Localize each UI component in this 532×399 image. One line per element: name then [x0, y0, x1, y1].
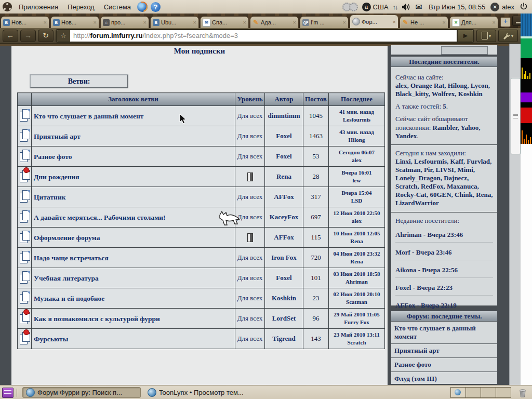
vertical-scrollbar[interactable] [509, 44, 521, 385]
new-tab-button[interactable]: + [500, 17, 511, 27]
topic-link[interactable]: А давайте меряться... Рабочими столами! [34, 214, 166, 221]
tab-5[interactable]: Спа... [200, 16, 249, 28]
topic-link[interactable]: Учебная литература [34, 274, 99, 282]
topic-link[interactable]: Разное фото [34, 153, 72, 161]
today-visitors-names[interactable]: Linxi, Lesfourmis, Kaff, Furvlad, Scatma… [395, 157, 493, 207]
network-arrows-icon[interactable]: ↑↓ [393, 3, 397, 11]
session-indicator-icon[interactable]: ✕ [490, 3, 499, 11]
taskbar-grip[interactable] [17, 389, 20, 397]
username-label[interactable]: alex [502, 3, 514, 11]
author-link[interactable]: dimmtimm [265, 106, 303, 126]
gears-applet-icon[interactable] [344, 3, 358, 11]
tab-close-icon[interactable] [293, 19, 296, 25]
tab-close-icon[interactable] [243, 19, 246, 25]
forward-button[interactable]: → [20, 30, 36, 42]
author-link[interactable]: Tigrend [265, 329, 303, 349]
table-row[interactable]: Кто что слушает в данный момент Для всех… [18, 106, 385, 126]
author-link[interactable]: AFFox [265, 228, 303, 248]
menu-places[interactable]: Переход [63, 3, 99, 11]
topic-link[interactable]: Музыка и ей подобное [34, 295, 104, 302]
mail-notifier-icon[interactable]: ✉ [416, 2, 422, 12]
author-link[interactable]: Foxel [265, 126, 303, 147]
tab-3[interactable]: про... [100, 16, 149, 28]
tab-6[interactable]: Ада... [250, 16, 299, 28]
power-icon[interactable] [520, 3, 528, 11]
reload-button[interactable]: ↻ [38, 30, 54, 42]
show-desktop-icon[interactable] [2, 388, 14, 398]
author-link[interactable]: KaceyFox [265, 207, 303, 228]
topic-link[interactable]: Как я познакомился с культурой фурри [34, 315, 160, 323]
table-row[interactable]: Приятный арт Для всех Foxel 1463 43 мин.… [18, 126, 385, 147]
table-row[interactable]: Разное фото Для всех Foxel 53 Сегодня 06… [18, 147, 385, 167]
menu-system[interactable]: Система [99, 3, 136, 11]
topic-link[interactable]: Кто что слушает в данный момент [34, 112, 143, 120]
clock[interactable]: Втр Июн 15, 08:55 [429, 3, 485, 11]
latest-topic-link[interactable]: Приятный арт [391, 344, 497, 358]
workspace-3[interactable] [481, 388, 496, 397]
tab-close-icon[interactable] [193, 19, 196, 25]
tab-2[interactable]: Нов... [50, 16, 99, 28]
author-link[interactable]: Foxel [265, 147, 303, 167]
tools-menu-button[interactable]: ▾ [498, 30, 518, 42]
latest-topic-link[interactable]: Флуд (том III) [391, 372, 497, 385]
table-row[interactable]: Надо чаще встречаться Для всех Iron Fox … [18, 248, 385, 268]
keyboard-layout-label[interactable]: США [373, 3, 389, 11]
sidebar-cut-button[interactable] [441, 46, 488, 55]
author-link[interactable]: Koshkin [265, 288, 303, 309]
volume-icon[interactable] [402, 3, 410, 11]
tab-7[interactable]: I'm ... [300, 16, 349, 28]
table-row[interactable]: А давайте меряться... Рабочими столами! … [18, 207, 385, 228]
table-row[interactable]: Музыка и ей подобное Для всех Koshkin 23… [18, 288, 385, 309]
table-row[interactable]: Учебная литература Для всех Foxel 101 03… [18, 268, 385, 288]
url-bar[interactable]: ☆ http://forum.imfurry.ru/index.php?st=f… [56, 29, 474, 43]
column-header-title[interactable]: Заголовок ветви [32, 93, 235, 106]
topic-link[interactable]: Фурсьюты [34, 335, 68, 343]
tab-close-icon[interactable] [94, 19, 97, 25]
table-row[interactable]: Оформление форума AFFox 115 10 Июн 2010 … [18, 228, 385, 248]
tab-4[interactable]: Ubu... [150, 16, 199, 28]
tab-close-icon[interactable] [343, 19, 346, 25]
author-link[interactable]: Iron Fox [265, 248, 303, 268]
column-header-author[interactable]: Автор [265, 93, 303, 106]
tab-8-active[interactable]: Фор... [350, 15, 398, 28]
trash-icon[interactable] [517, 388, 528, 398]
tab-1[interactable]: Нов... [1, 16, 49, 28]
column-header-last[interactable]: Последнее [329, 93, 385, 106]
latest-topic-link[interactable]: Разное фото [391, 358, 497, 372]
tab-close-icon[interactable] [493, 19, 496, 25]
author-link[interactable]: AFFox [265, 187, 303, 207]
menu-applications[interactable]: Приложения [14, 3, 63, 11]
workspace-1[interactable] [451, 388, 466, 397]
scrollbar-thumb[interactable] [511, 78, 521, 154]
url-text[interactable]: http://forum.imfurry.ru/index.php?st=fse… [70, 32, 457, 39]
task-button-forum[interactable]: Форум Фурри ру: Поиск п... [22, 387, 141, 398]
column-header-posts[interactable]: Постов [303, 93, 329, 106]
firefox-launcher-icon[interactable] [137, 2, 148, 12]
tab-close-icon[interactable] [443, 19, 446, 25]
task-button-toonlynx[interactable]: ToonLynx • Просмотр тем... [144, 387, 262, 398]
page-menu-button[interactable]: ▾ [476, 30, 496, 42]
topic-link[interactable]: Дни рождения [34, 173, 79, 181]
table-row[interactable]: Фурсьюты Для всех Tigrend 143 23 Май 201… [18, 329, 385, 349]
topic-link[interactable]: Оформление форума [34, 234, 100, 242]
topic-link[interactable]: Надо чаще встречаться [34, 254, 109, 262]
column-header-level[interactable]: Уровень [235, 93, 265, 106]
author-link[interactable]: Foxel [265, 268, 303, 288]
author-link[interactable]: LordSet [265, 309, 303, 329]
go-button[interactable]: ▶ [457, 30, 473, 42]
workspace-2[interactable] [466, 388, 481, 397]
topic-link[interactable]: Цитатник [34, 193, 65, 201]
branches-button[interactable]: Ветви: [30, 74, 128, 88]
help-icon[interactable]: ? [151, 2, 161, 12]
tab-9[interactable]: Не ... [400, 16, 448, 28]
table-row[interactable]: Как я познакомился с культурой фурри Для… [18, 309, 385, 329]
tab-close-icon[interactable] [143, 19, 147, 25]
bookmark-star-icon[interactable]: ☆ [57, 30, 70, 42]
now-online-names[interactable]: alex, Orange Rat, Hilong, Lycon, Black_k… [395, 82, 490, 98]
keyboard-indicator-icon[interactable]: a [362, 3, 371, 11]
tab-close-icon[interactable] [44, 19, 47, 25]
latest-topic-link[interactable]: Кто что слушает в данный момент [391, 322, 497, 344]
tab-10[interactable]: Для... [449, 16, 498, 28]
workspace-4[interactable] [496, 388, 511, 397]
ubuntu-logo-icon[interactable] [3, 2, 12, 11]
